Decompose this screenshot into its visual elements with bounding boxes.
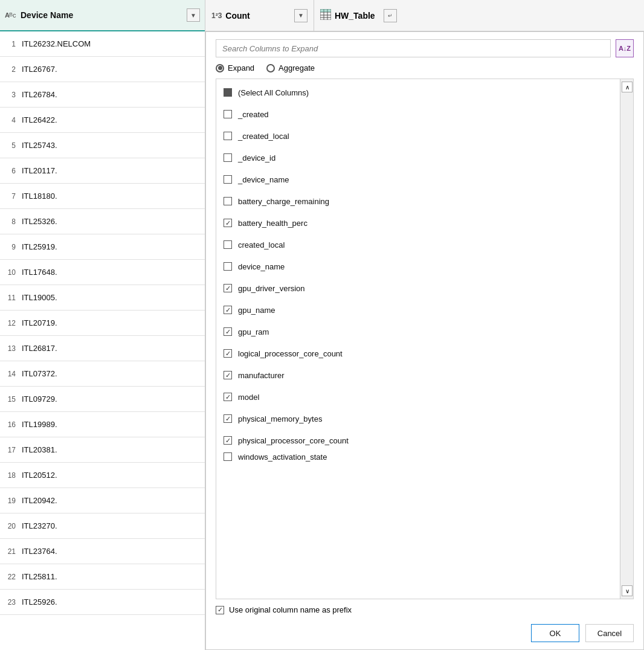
row-value: ITL18180.: [22, 191, 57, 201]
column-item[interactable]: windows_activation_state: [216, 451, 620, 462]
scroll-arrows-panel: ∧ ∨: [620, 79, 633, 599]
column-checkbox[interactable]: [224, 284, 232, 292]
column-item[interactable]: _device_name: [216, 169, 620, 190]
column-headers-row: 1²3 Count ▼ HW_Table: [205, 0, 644, 31]
bottom-buttons-row: OK Cancel: [216, 620, 634, 642]
row-number: 22: [5, 573, 22, 581]
column-name: physical_memory_bytes: [238, 414, 322, 423]
table-row: 2 ITL26767.: [0, 57, 205, 82]
row-number: 19: [5, 497, 22, 505]
column-checkbox[interactable]: [224, 219, 232, 227]
row-value: ITL25919.: [22, 242, 57, 251]
row-value: ITL19005.: [22, 293, 57, 302]
hw-table-column-header: HW_Table ↵: [314, 0, 644, 31]
table-row: 5 ITL25743.: [0, 133, 205, 158]
column-checkbox[interactable]: [224, 306, 232, 314]
column-checkbox[interactable]: [224, 240, 232, 249]
column-checkbox[interactable]: [224, 175, 232, 184]
column-item[interactable]: physical_memory_bytes: [216, 408, 620, 430]
column-checkbox[interactable]: [224, 371, 232, 379]
column-checkbox[interactable]: [224, 327, 232, 336]
column-name: logical_processor_core_count: [238, 349, 343, 358]
row-value: ITL26422.: [22, 115, 57, 124]
prefix-checkbox[interactable]: [216, 606, 224, 614]
column-item[interactable]: physical_processor_core_count: [216, 430, 620, 451]
columns-list-container: (Select All Columns) _created _created_l…: [216, 79, 634, 599]
row-number: 14: [5, 370, 22, 378]
column-item[interactable]: gpu_name: [216, 299, 620, 321]
ok-button[interactable]: OK: [531, 624, 579, 642]
aggregate-radio-button[interactable]: [266, 64, 275, 72]
column-item[interactable]: battery_charge_remaining: [216, 190, 620, 212]
device-name-column-title: Device Name: [21, 10, 183, 20]
column-checkbox[interactable]: [224, 452, 232, 461]
svg-rect-9: [320, 9, 331, 12]
column-item[interactable]: (Select All Columns): [216, 82, 620, 103]
row-value: ITL20942.: [22, 496, 57, 505]
expand-radio-button[interactable]: [216, 64, 224, 72]
column-name: physical_processor_core_count: [238, 436, 349, 445]
row-number: 2: [5, 65, 22, 74]
row-value: ITL20512.: [22, 471, 57, 480]
row-value: ITL20381.: [22, 445, 57, 454]
table-row: 23 ITL25926.: [0, 590, 205, 615]
cancel-button[interactable]: Cancel: [585, 624, 634, 642]
column-checkbox[interactable]: [224, 197, 232, 205]
table-row: 4 ITL26422.: [0, 108, 205, 133]
hw-table-type-icon: [320, 9, 331, 22]
sort-az-button[interactable]: A↓Z: [616, 39, 634, 57]
column-item[interactable]: created_local: [216, 234, 620, 256]
scroll-down-button[interactable]: ∨: [622, 585, 633, 596]
column-name: _created_local: [238, 132, 289, 141]
scroll-up-button[interactable]: ∧: [622, 82, 633, 92]
row-number: 9: [5, 243, 22, 251]
table-row: 1 ITL26232.NELCOM: [0, 31, 205, 57]
column-checkbox[interactable]: [224, 349, 232, 358]
column-checkbox[interactable]: [224, 153, 232, 162]
column-item[interactable]: gpu_ram: [216, 321, 620, 343]
table-row: 22 ITL25811.: [0, 564, 205, 590]
column-name: model: [238, 393, 259, 402]
column-item[interactable]: _created_local: [216, 125, 620, 147]
count-dropdown-button[interactable]: ▼: [294, 9, 308, 22]
row-value: ITL26767.: [22, 65, 57, 74]
column-name: _device_id: [238, 153, 275, 162]
row-number: 13: [5, 344, 22, 353]
column-item[interactable]: gpu_driver_version: [216, 277, 620, 299]
row-value: ITL26817.: [22, 344, 57, 353]
column-item[interactable]: battery_health_perc: [216, 212, 620, 234]
column-checkbox[interactable]: [224, 393, 232, 401]
row-value: ITL23764.: [22, 547, 57, 556]
columns-list[interactable]: (Select All Columns) _created _created_l…: [216, 79, 620, 599]
column-item[interactable]: _device_id: [216, 147, 620, 169]
select-all-checkbox[interactable]: [224, 88, 232, 97]
column-checkbox[interactable]: [224, 132, 232, 140]
search-columns-input[interactable]: [216, 39, 611, 57]
prefix-row[interactable]: Use original column name as prefix: [216, 605, 634, 614]
row-number: 16: [5, 420, 22, 429]
device-name-dropdown-button[interactable]: ▼: [187, 8, 200, 22]
hw-table-dropdown-button[interactable]: ↵: [384, 9, 397, 22]
row-value: ITL25926.: [22, 597, 57, 607]
column-name: created_local: [238, 240, 285, 249]
row-number: 12: [5, 319, 22, 327]
column-item[interactable]: manufacturer: [216, 364, 620, 386]
table-row: 19 ITL20942.: [0, 488, 205, 513]
column-checkbox[interactable]: [224, 414, 232, 423]
column-name: device_name: [238, 262, 285, 271]
aggregate-radio-option[interactable]: Aggregate: [266, 63, 315, 72]
column-item[interactable]: logical_processor_core_count: [216, 343, 620, 364]
expand-columns-dropdown-panel: A↓Z Expand Aggregate (Select Al: [205, 31, 644, 650]
column-item[interactable]: _created: [216, 103, 620, 125]
table-rows-container: 1 ITL26232.NELCOM 2 ITL26767. 3 ITL26784…: [0, 31, 205, 650]
row-number: 8: [5, 217, 22, 226]
row-number: 23: [5, 598, 22, 607]
column-item[interactable]: model: [216, 386, 620, 408]
column-checkbox[interactable]: [224, 110, 232, 118]
column-name: battery_health_perc: [238, 219, 308, 228]
expand-radio-option[interactable]: Expand: [216, 63, 254, 72]
table-row: 8 ITL25326.: [0, 209, 205, 234]
column-item[interactable]: device_name: [216, 256, 620, 277]
column-checkbox[interactable]: [224, 436, 232, 445]
column-checkbox[interactable]: [224, 262, 232, 271]
